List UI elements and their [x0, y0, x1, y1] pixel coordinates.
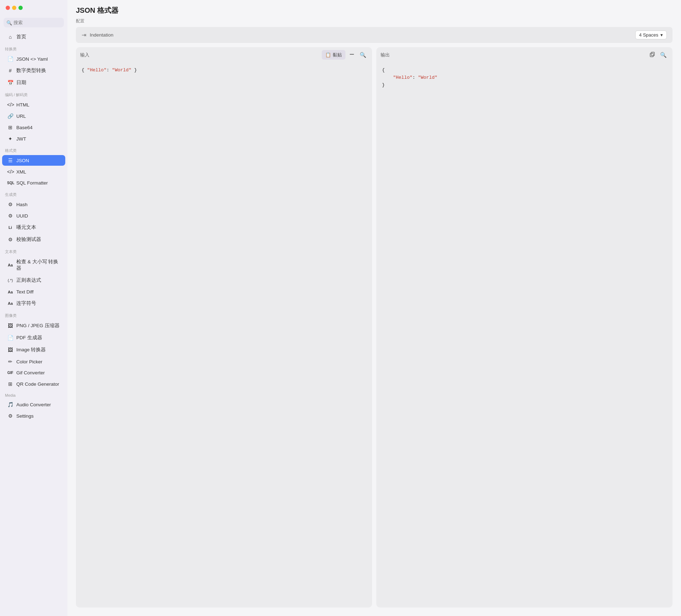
sidebar-item-gif-converter[interactable]: GIF Gif Converter [2, 368, 65, 378]
maximize-button[interactable] [18, 6, 23, 10]
section-label-format: 格式类 [0, 144, 67, 155]
svg-rect-0 [350, 54, 354, 55]
sidebar-item-pdf[interactable]: 📄 PDF 生成器 [2, 332, 65, 343]
minimize-button[interactable] [12, 6, 16, 10]
main-content: JSON 格式器 配置 ⇥ Indentation 4 Spaces ▾ 输入 … [67, 0, 681, 616]
sidebar-item-case[interactable]: Aa 检查 & 大小写 转换器 [2, 256, 65, 274]
sidebar-item-color-picker-label: Color Picker [16, 359, 43, 364]
section-label-media: Media [0, 390, 67, 399]
gif-converter-icon: GIF [7, 371, 13, 375]
sidebar: 🔍 ⌂ 首页 转换类 📄 JSON <> Yaml # 数字类型转换 📅 日期 … [0, 0, 67, 616]
sidebar-item-xml[interactable]: </> XML [2, 166, 65, 177]
search-output-icon: 🔍 [660, 52, 667, 58]
section-label-image: 图像类 [0, 309, 67, 320]
indentation-left: ⇥ Indentation [82, 32, 114, 38]
sidebar-item-hash[interactable]: ⚙ Hash [2, 199, 65, 210]
search-input-icon: 🔍 [360, 52, 366, 58]
uuid-icon: ⚙ [7, 213, 13, 219]
sidebar-item-jwt-label: JWT [16, 136, 26, 142]
sidebar-item-regex-label: 正则表达式 [16, 277, 41, 284]
url-icon: 🔗 [7, 113, 13, 119]
sidebar-item-lorem[interactable]: Li 噃元文本 [2, 222, 65, 233]
png-jpeg-icon: 🖼 [7, 323, 13, 329]
input-panel-actions: 📋 黏贴 🔍 [322, 50, 368, 60]
sidebar-item-html[interactable]: </> HTML [2, 99, 65, 110]
search-output-button[interactable]: 🔍 [659, 50, 668, 60]
sidebar-item-base64[interactable]: ⊞ Base64 [2, 122, 65, 133]
clear-input-button[interactable] [348, 50, 356, 60]
sidebar-item-url[interactable]: 🔗 URL [2, 111, 65, 121]
sidebar-item-uuid[interactable]: ⚙ UUID [2, 210, 65, 221]
xml-icon: </> [7, 169, 13, 175]
sidebar-item-textdiff-label: Text Diff [16, 289, 34, 295]
sidebar-item-hash-label: Hash [16, 202, 28, 207]
indentation-bar: ⇥ Indentation 4 Spaces ▾ [76, 27, 672, 43]
sidebar-item-checktest[interactable]: ⚙ 校验测试器 [2, 234, 65, 245]
search-icon: 🔍 [6, 20, 12, 25]
output-line-1: { [382, 67, 667, 74]
sidebar-item-home[interactable]: ⌂ 首页 [2, 31, 65, 43]
sidebar-item-json-label: JSON [16, 158, 29, 163]
sidebar-item-image-convert[interactable]: 🖼 Image 转换器 [2, 344, 65, 356]
sidebar-item-png-jpeg[interactable]: 🖼 PNG / JPEG 压缩器 [2, 320, 65, 331]
sidebar-item-png-jpeg-label: PNG / JPEG 压缩器 [16, 323, 60, 329]
input-panel: 输入 📋 黏贴 🔍 [76, 47, 372, 607]
sidebar-item-settings[interactable]: ⚙ Settings [2, 411, 65, 421]
json-yaml-icon: 📄 [7, 56, 13, 62]
sidebar-item-number-convert[interactable]: # 数字类型转换 [2, 65, 65, 76]
lorem-icon: Li [7, 225, 13, 230]
input-editor[interactable]: { "Hello": "World" } [76, 62, 372, 607]
sidebar-item-jwt[interactable]: ✦ JWT [2, 133, 65, 144]
section-label-convert: 转换类 [0, 43, 67, 53]
output-line-3: } [382, 82, 667, 89]
input-panel-title: 输入 [80, 52, 89, 58]
close-button[interactable] [6, 6, 10, 10]
sidebar-item-color-picker[interactable]: ✏ Color Picker [2, 356, 65, 367]
json-format-icon: ☰ [7, 158, 13, 163]
indentation-dropdown[interactable]: 4 Spaces ▾ [635, 31, 667, 39]
paste-button[interactable]: 📋 黏贴 [322, 50, 345, 60]
output-panel-title: 输出 [381, 52, 390, 58]
indentation-label: Indentation [90, 32, 114, 38]
sidebar-item-audio-converter[interactable]: 🎵 Audio Converter [2, 399, 65, 410]
sidebar-item-json[interactable]: ☰ JSON [2, 155, 65, 166]
titlebar [0, 0, 67, 16]
sidebar-item-regex[interactable]: (.*) 正则表达式 [2, 275, 65, 286]
sidebar-item-audio-converter-label: Audio Converter [16, 402, 51, 407]
section-label-generate: 生成类 [0, 188, 67, 199]
sidebar-item-qr-code[interactable]: ⊞ QR Code Generator [2, 379, 65, 389]
sidebar-item-date[interactable]: 📅 日期 [2, 77, 65, 88]
search-container: 🔍 [4, 18, 64, 27]
sidebar-item-json-yaml[interactable]: 📄 JSON <> Yaml [2, 54, 65, 64]
copy-icon [649, 51, 655, 58]
editor-area: 输入 📋 黏贴 🔍 [67, 47, 681, 616]
sidebar-item-html-label: HTML [16, 102, 29, 108]
search-input[interactable] [4, 18, 64, 27]
color-picker-icon: ✏ [7, 359, 13, 364]
clear-icon [349, 51, 355, 58]
copy-output-button[interactable] [648, 50, 657, 60]
ligature-icon: Aa [7, 301, 13, 306]
sidebar-item-textdiff[interactable]: Aa Text Diff [2, 287, 65, 297]
sidebar-item-ligature[interactable]: Aa 连字符号 [2, 298, 65, 309]
sidebar-item-lorem-label: 噃元文本 [16, 224, 36, 231]
sidebar-item-uuid-label: UUID [16, 213, 28, 219]
sidebar-item-pdf-label: PDF 生成器 [16, 335, 42, 341]
sidebar-item-ligature-label: 连字符号 [16, 300, 36, 307]
section-label-text: 文本类 [0, 246, 67, 256]
paste-label: 黏贴 [333, 52, 342, 58]
traffic-lights [6, 6, 23, 10]
case-icon: Aa [7, 263, 13, 267]
sidebar-item-gif-converter-label: Gif Converter [16, 370, 45, 375]
sql-icon: SQL [7, 181, 13, 185]
hash-icon: ⚙ [7, 202, 13, 207]
sidebar-item-sql-label: SQL Formatter [16, 180, 48, 186]
section-label-encode: 编码 / 解码类 [0, 89, 67, 99]
sidebar-item-sql[interactable]: SQL SQL Formatter [2, 178, 65, 188]
regex-icon: (.*) [7, 278, 13, 282]
sidebar-item-date-label: 日期 [16, 79, 26, 86]
search-input-button[interactable]: 🔍 [358, 50, 368, 60]
sidebar-item-image-convert-label: Image 转换器 [16, 347, 46, 353]
output-panel: 输出 🔍 { [376, 47, 672, 607]
sidebar-item-checktest-label: 校验测试器 [16, 236, 41, 243]
